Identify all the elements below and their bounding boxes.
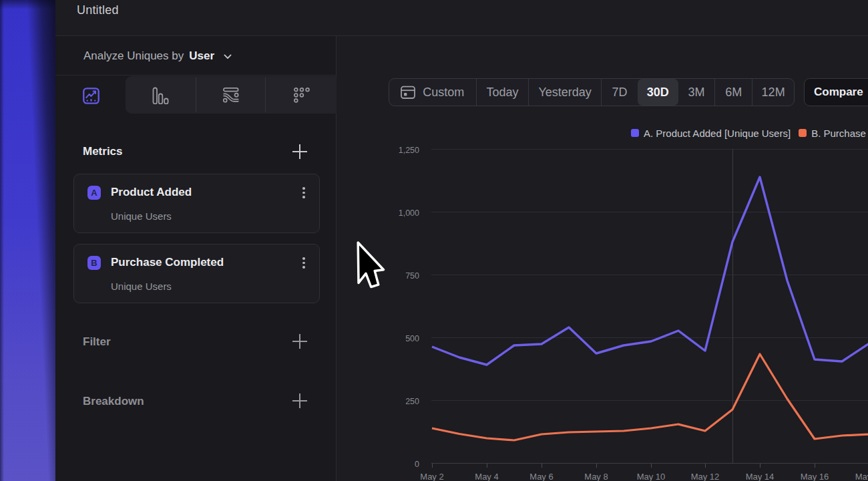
svg-text:May 14: May 14 <box>746 472 775 481</box>
svg-text:May 8: May 8 <box>584 472 608 481</box>
svg-text:May 18: May 18 <box>855 472 868 481</box>
svg-text:1,000: 1,000 <box>399 208 419 218</box>
svg-text:May 4: May 4 <box>475 472 498 481</box>
svg-text:May 10: May 10 <box>637 472 666 481</box>
svg-text:1,250: 1,250 <box>399 146 419 155</box>
svg-text:250: 250 <box>405 397 419 406</box>
svg-text:May 6: May 6 <box>529 472 553 481</box>
svg-text:750: 750 <box>405 271 419 281</box>
svg-text:500: 500 <box>405 334 419 343</box>
svg-text:May 16: May 16 <box>801 472 829 481</box>
svg-text:May 12: May 12 <box>691 472 720 481</box>
svg-text:May 2: May 2 <box>420 472 443 481</box>
svg-text:0: 0 <box>415 460 419 469</box>
